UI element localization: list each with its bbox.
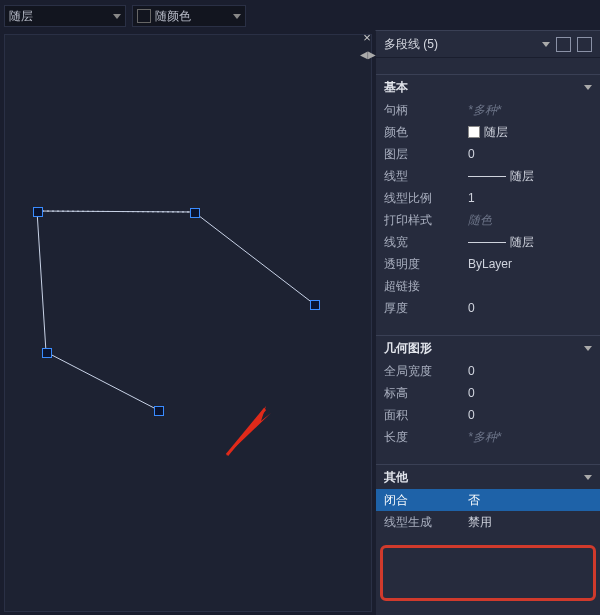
grip-icon[interactable] <box>310 300 320 310</box>
annotation-arrow-icon <box>221 401 281 464</box>
section-label: 基本 <box>384 79 408 96</box>
row-ltgen[interactable]: 线型生成禁用 <box>376 511 600 533</box>
row-color[interactable]: 颜色随层 <box>376 121 600 143</box>
polyline-object[interactable] <box>35 173 343 425</box>
chevron-down-icon <box>584 85 592 90</box>
section-geometry[interactable]: 几何图形 <box>376 335 600 360</box>
row-closed[interactable]: 闭合否 <box>376 489 600 511</box>
layer-dropdown[interactable]: 随层 <box>4 5 126 27</box>
layer-value: 随层 <box>9 8 33 25</box>
row-handle[interactable]: 句柄*多种* <box>376 99 600 121</box>
section-other[interactable]: 其他 <box>376 464 600 489</box>
row-transparency[interactable]: 透明度ByLayer <box>376 253 600 275</box>
section-label: 几何图形 <box>384 340 432 357</box>
grip-icon[interactable] <box>42 348 52 358</box>
linetype-sample-icon <box>468 176 506 177</box>
color-swatch-icon <box>468 126 480 138</box>
row-elevation[interactable]: 标高0 <box>376 382 600 404</box>
toggle-pim-icon[interactable] <box>556 37 571 52</box>
row-hyperlink[interactable]: 超链接 <box>376 275 600 297</box>
drawing-canvas[interactable] <box>4 34 372 612</box>
color-dropdown[interactable]: 随颜色 <box>132 5 246 27</box>
row-globalwidth[interactable]: 全局宽度0 <box>376 360 600 382</box>
chevron-down-icon <box>584 475 592 480</box>
chevron-down-icon <box>584 346 592 351</box>
color-swatch-icon <box>137 9 151 23</box>
panel-header[interactable]: 多段线 (5) <box>376 31 600 58</box>
chevron-down-icon[interactable] <box>542 42 550 47</box>
close-icon[interactable]: × <box>360 31 374 45</box>
grip-icon[interactable] <box>33 207 43 217</box>
section-label: 其他 <box>384 469 408 486</box>
chevron-down-icon <box>233 14 241 19</box>
chevron-down-icon <box>113 14 121 19</box>
grip-icon[interactable] <box>190 208 200 218</box>
grip-icon[interactable] <box>154 406 164 416</box>
row-linetype[interactable]: 线型随层 <box>376 165 600 187</box>
section-basic[interactable]: 基本 <box>376 74 600 99</box>
collapse-icon[interactable]: ◀▶ <box>360 49 376 60</box>
quick-select-icon[interactable] <box>577 37 592 52</box>
lineweight-sample-icon <box>468 242 506 243</box>
row-thickness[interactable]: 厚度0 <box>376 297 600 319</box>
svg-line-2 <box>227 409 265 455</box>
properties-panel: × ◀▶ 多段线 (5) 基本 句柄*多种* 颜色随层 图层0 线型随层 线型比… <box>375 30 600 615</box>
color-value: 随颜色 <box>155 8 191 25</box>
panel-title: 多段线 (5) <box>384 36 438 53</box>
row-ltscale[interactable]: 线型比例1 <box>376 187 600 209</box>
top-toolbar: 随层 随颜色 <box>4 4 596 28</box>
row-plotstyle[interactable]: 打印样式随色 <box>376 209 600 231</box>
row-area[interactable]: 面积0 <box>376 404 600 426</box>
row-lineweight[interactable]: 线宽随层 <box>376 231 600 253</box>
row-length[interactable]: 长度*多种* <box>376 426 600 448</box>
row-layer[interactable]: 图层0 <box>376 143 600 165</box>
